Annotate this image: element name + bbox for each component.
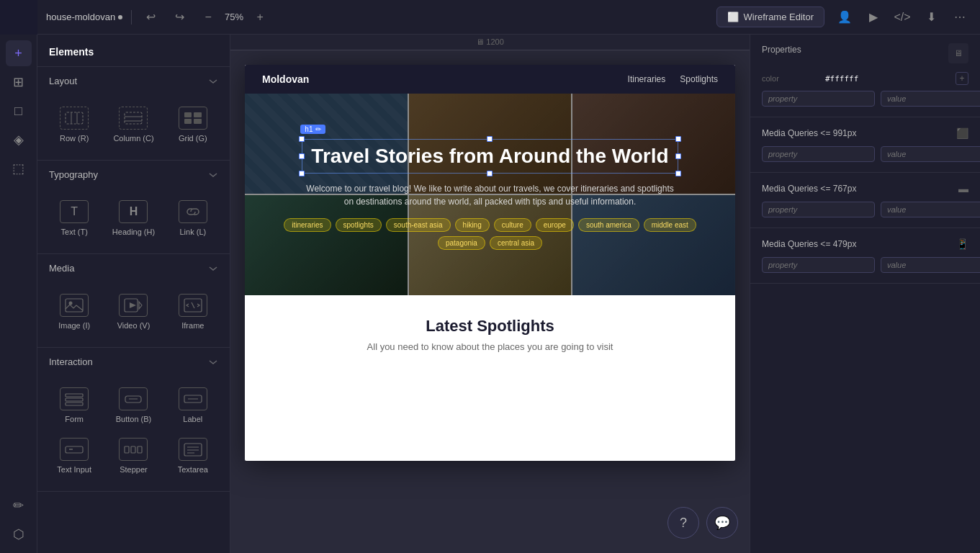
right-panel-body: Properties 🖥 color #ffffff + + Media Que… [750,33,980,553]
wireframe-editor-button[interactable]: ⬜ Wireframe Editor [716,6,824,27]
mq-479-text: Media Queries <= 479px [762,239,856,249]
heading-element[interactable]: H Heading (H) [105,194,161,242]
canvas-area: 🖥 1200 Moldovan Itineraries Spotlights [230,35,750,553]
image-icon [60,294,89,317]
h1-edit-icon: ✏ [315,125,321,133]
button-element[interactable]: Button (B) [105,382,161,429]
resize-handle-ml[interactable] [299,153,305,159]
mq-991-value-input[interactable] [881,146,980,162]
tag-culture[interactable]: culture [494,218,531,232]
stepper-element[interactable]: Stepper [105,432,161,480]
mq-767-property-input[interactable] [762,202,875,217]
value-input-1[interactable] [881,91,980,107]
right-panel: Inspector Dev Mode Properties 🖥 color #f… [750,0,980,553]
play-icon[interactable]: ▶ [862,6,885,29]
sidebar-grid-icon[interactable]: ⊞ [6,69,32,95]
interaction-section-header[interactable]: Interaction [37,348,230,376]
resize-handle-tl[interactable] [299,136,305,142]
media-section: Media Image (I) Video (V) Iframe [37,254,230,348]
mq-479-input-row: + [762,257,968,273]
tag-south-america[interactable]: south america [578,218,639,232]
sidebar-page-icon[interactable]: □ [6,98,32,124]
redo-button[interactable]: ↪ [169,7,189,27]
resize-handle-mr[interactable] [675,153,681,159]
unsaved-dot [118,15,122,19]
chat-fab[interactable]: 💬 [706,507,738,539]
resize-handle-tc[interactable] [487,136,493,142]
column-element[interactable]: Column (C) [105,101,161,148]
sidebar-components-icon[interactable]: ◈ [6,127,32,153]
nav-link-spotlights[interactable]: Spotlights [680,74,718,84]
mq-991-property-input[interactable] [762,146,875,162]
text-input-element[interactable]: Text Input [46,432,102,480]
text-element[interactable]: T Text (T) [46,194,102,242]
media-grid: Image (I) Video (V) Iframe [37,282,230,347]
svg-rect-0 [66,112,83,124]
text-input-icon [60,438,89,461]
tag-hiking[interactable]: hiking [455,218,490,232]
svg-rect-24 [66,446,83,453]
desktop-view-icon[interactable]: 🖥 [948,43,968,63]
link-element[interactable]: Link (L) [165,194,221,242]
hero-h1-wrapper[interactable]: h1 ✏ Travel Stories from Around the Worl… [302,139,678,174]
row-element[interactable]: Row (R) [46,101,102,148]
sidebar-edit-icon[interactable]: ✏ [6,493,32,518]
hero-h1[interactable]: Travel Stories from Around the World [302,139,678,174]
textarea-element[interactable]: Textarea [165,432,221,480]
label-element[interactable]: Label [165,382,221,429]
code-icon[interactable]: </> [891,6,914,29]
site-nav-links: Itineraries Spotlights [628,74,718,84]
form-icon [60,387,89,410]
tag-south-east-asia[interactable]: south-east asia [386,218,451,232]
mobile-landscape-icon: ▬ [958,183,968,194]
grid-label: Grid (G) [179,134,207,143]
mq-479-property-input[interactable] [762,257,875,273]
canvas-wrapper[interactable]: Moldovan Itineraries Spotlights [230,50,750,553]
resize-handle-bc[interactable] [487,171,493,176]
resize-handle-bl[interactable] [299,171,305,176]
tag-central-asia[interactable]: central asia [490,236,542,250]
color-add-button[interactable]: + [956,72,968,85]
zoom-decrease-button[interactable]: − [198,7,218,27]
tag-europe[interactable]: europe [536,218,574,232]
help-fab[interactable]: ? [667,507,699,539]
grid-element[interactable]: Grid (G) [165,101,221,148]
mq-479-value-input[interactable] [881,257,980,273]
form-element[interactable]: Form [46,382,102,429]
tag-itineraries[interactable]: itineraries [284,218,331,232]
resize-handle-br[interactable] [675,171,681,176]
zoom-increase-button[interactable]: + [250,7,270,27]
layout-section-header[interactable]: Layout [37,67,230,95]
typography-section-header[interactable]: Typography [37,161,230,189]
interaction-section-label: Interaction [49,356,93,367]
heading-icon: H [119,200,148,223]
sidebar-media-icon[interactable]: ⬚ [6,156,32,181]
resize-handle-tr[interactable] [675,136,681,142]
tag-patagonia[interactable]: patagonia [438,236,485,250]
tag-middle-east[interactable]: middle east [644,218,696,232]
media-section-header[interactable]: Media [37,254,230,282]
svg-marker-13 [139,302,142,309]
iframe-element[interactable]: Iframe [165,288,221,336]
image-element[interactable]: Image (I) [46,288,102,336]
elements-title: Elements [49,46,94,58]
export-icon[interactable]: ⬇ [920,6,943,29]
nav-link-itineraries[interactable]: Itineraries [628,74,666,84]
sidebar-selection-icon[interactable]: ⬡ [6,521,32,547]
iframe-label: Iframe [181,321,204,330]
mq-767-input-row: + [762,202,968,217]
mq-767-value-input[interactable] [881,202,980,217]
layout-section: Layout Row (R) Column (C) Grid (G) [37,67,230,161]
account-icon[interactable]: 👤 [833,6,856,29]
elements-panel: Elements Layout Row (R) Column (C) [37,35,230,553]
tag-spotlights[interactable]: spotlights [336,218,382,232]
svg-point-11 [69,302,73,305]
property-input-1[interactable] [762,91,875,107]
h1-badge-label: h1 [305,125,313,133]
video-element[interactable]: Video (V) [105,288,161,336]
undo-button[interactable]: ↩ [140,7,161,27]
sidebar-add-icon[interactable]: + [6,40,32,66]
textarea-icon [179,438,207,461]
typography-section: Typography T Text (T) H Heading (H) Link… [37,161,230,254]
more-icon[interactable]: ⋯ [948,6,971,29]
